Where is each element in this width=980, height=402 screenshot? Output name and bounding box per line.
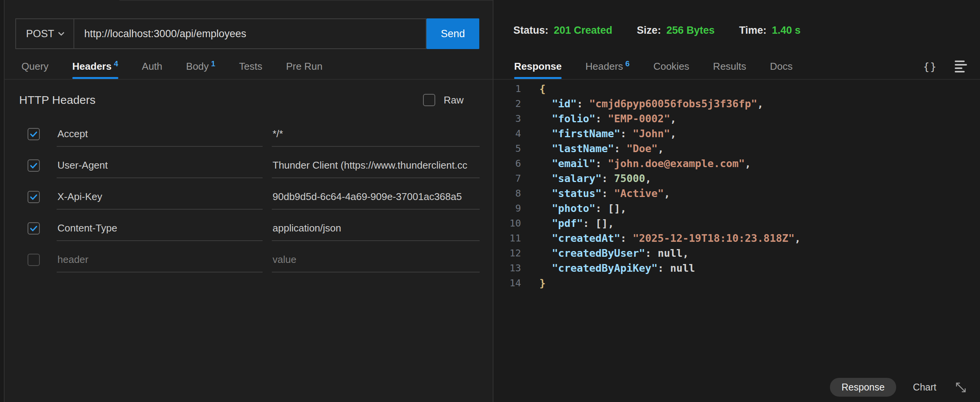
url-value: http://localhost:3000/api/employees [84,28,246,40]
http-headers-header: HTTP Headers Raw [19,94,464,107]
checked-checkbox[interactable] [28,159,40,172]
token-pun: : [620,128,633,139]
token-brace: { [539,83,546,95]
request-panel: POST http://localhost:3000/api/employees… [5,0,493,402]
code-line: 9 "photo": [], [493,201,980,216]
line-number: 5 [493,141,521,156]
code-text: "email": "john.doe@example.com", [539,156,751,171]
status-label: Status: [513,25,549,36]
token-pun: : [595,113,608,125]
token-pun: : [658,262,670,274]
checked-checkbox[interactable] [28,191,40,203]
header-name-field[interactable]: User-Agent [57,159,263,178]
response-tab-cookies[interactable]: Cookies [653,54,689,79]
raw-toggle[interactable]: Raw [423,94,464,106]
code-text: "salary": 75000, [539,171,652,186]
header-value-field[interactable]: application/json [272,222,480,241]
line-number: 14 [493,276,521,290]
chart-view-button[interactable]: Chart [913,382,936,393]
line-number: 6 [493,156,521,171]
code-text: } [539,276,546,290]
tab-label: Body [186,61,209,72]
request-tab-auth[interactable]: Auth [142,54,163,79]
token-key: "lastName" [552,143,614,154]
request-tabbar: QueryHeaders4AuthBody1TestsPre Run [5,54,493,79]
token-str: "Active" [614,187,664,199]
code-line: 5 "lastName": "Doe", [493,141,980,156]
code-line: 2 "id": "cmjd6pyp60056fobs5j3f36fp", [493,96,980,111]
header-name-field[interactable]: header [57,254,263,272]
request-tab-headers[interactable]: Headers4 [72,54,118,79]
raw-checkbox[interactable] [423,94,435,106]
token-key: "createdByApiKey" [552,262,658,274]
line-number: 9 [493,201,521,216]
code-text: "pdf": [], [539,216,614,231]
token-key: "status" [552,187,602,199]
request-tab-pre-run[interactable]: Pre Run [286,54,322,79]
response-view-button[interactable]: Response [830,378,896,397]
menu-lines-icon[interactable] [955,61,967,72]
tab-count-badge: 6 [626,59,630,68]
expand-diagonal-icon[interactable] [953,380,969,395]
line-number: 11 [493,231,521,246]
response-tab-headers[interactable]: Headers6 [585,54,629,79]
line-number: 12 [493,246,521,261]
status-value: 201 Created [554,25,612,36]
tab-label: Pre Run [286,61,322,72]
token-key: "pdf" [552,217,583,229]
token-pun: , [757,98,763,110]
request-tab-query[interactable]: Query [21,54,49,79]
tab-label: Headers [72,61,112,72]
response-tab-response[interactable]: Response [514,54,562,79]
token-pun: [], [595,217,614,229]
token-key: "folio" [552,113,596,125]
code-line: 6 "email": "john.doe@example.com", [493,156,980,171]
token-pun: : [583,217,596,229]
header-name-field[interactable]: Accept [57,128,263,147]
checked-checkbox[interactable] [28,128,40,140]
token-kw: null [670,262,695,274]
code-line: 12 "createdByUser": null, [493,246,980,261]
code-text: "createdAt": "2025-12-19T18:10:23.818Z", [539,231,801,246]
code-line: 14} [493,276,980,290]
line-number: 10 [493,216,521,231]
request-tab-body[interactable]: Body1 [186,54,215,79]
response-tab-docs[interactable]: Docs [770,54,792,79]
header-value-field[interactable]: Thunder Client (https://www.thunderclien… [272,159,480,178]
response-status-bar: Status: 201 Created Size: 256 Bytes Time… [513,25,800,36]
header-value-field[interactable]: 90db9d5d-6c64-4a69-909e-37001ac368a5 [272,191,480,210]
format-json-icon[interactable]: {} [923,61,937,72]
code-line: 13 "createdByApiKey": null [493,261,980,276]
line-number: 4 [493,126,521,141]
url-input[interactable]: http://localhost:3000/api/employees [74,18,426,49]
token-str: "john.doe@example.com" [608,158,745,169]
token-key: "email" [552,158,596,169]
checked-checkbox[interactable] [28,222,40,235]
header-name-field[interactable]: X-Api-Key [57,191,263,210]
header-row: Content-Typeapplication/json [28,222,480,254]
line-number: 8 [493,186,521,201]
request-tab-tests[interactable]: Tests [239,54,262,79]
send-button[interactable]: Send [426,18,479,49]
line-number: 13 [493,261,521,276]
token-key: "firstName" [552,128,621,139]
method-dropdown[interactable]: POST [15,18,74,49]
header-value-field[interactable]: */* [272,128,480,147]
token-num: 75000 [614,172,645,184]
token-pun: : [602,187,614,199]
header-row: X-Api-Key90db9d5d-6c64-4a69-909e-37001ac… [28,191,480,222]
response-tab-results[interactable]: Results [713,54,746,79]
line-number: 1 [493,81,521,96]
header-row: Accept*/* [28,128,480,159]
unchecked-checkbox[interactable] [28,254,40,266]
chevron-down-icon [56,28,67,39]
header-value-field[interactable]: value [272,254,480,272]
size-value: 256 Bytes [666,25,715,36]
thunder-client-app: POST http://localhost:3000/api/employees… [0,0,980,402]
token-key: "salary" [552,172,602,184]
tab-label: Headers [585,61,623,72]
code-text: "status": "Active", [539,186,670,201]
response-tabbar-separator [493,79,980,80]
header-name-field[interactable]: Content-Type [57,222,263,241]
response-body-editor[interactable]: 1{2 "id": "cmjd6pyp60056fobs5j3f36fp",3 … [493,81,980,290]
